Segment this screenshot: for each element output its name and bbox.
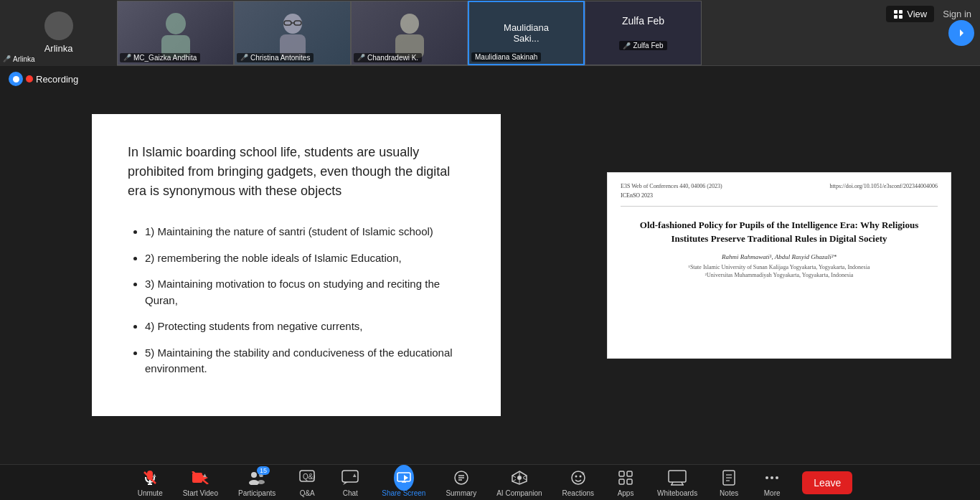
share-screen-caret[interactable]: ▲ bbox=[405, 472, 411, 478]
bullet-item-1: 2) remembering the noble ideals of Islam… bbox=[145, 250, 465, 267]
start-video-button[interactable]: ▲ Start Video bbox=[173, 465, 228, 501]
notes-icon-wrap bbox=[719, 468, 739, 488]
participant-thumb-4[interactable]: Maulidiana Saki... Maulidiana Sakinah bbox=[468, 1, 585, 65]
start-video-icon-wrap: ▲ bbox=[190, 468, 210, 488]
participant-display-name-5: Zulfa Feb bbox=[622, 15, 664, 27]
recording-indicator: Recording bbox=[9, 72, 78, 86]
self-name: Arlinka bbox=[44, 43, 73, 54]
more-button[interactable]: More bbox=[750, 465, 793, 501]
avatar bbox=[44, 11, 73, 40]
bullet-item-0: 1) Maintaining the nature of santri (stu… bbox=[145, 224, 465, 240]
scroll-right-button[interactable] bbox=[948, 20, 974, 46]
paper-main-title: Old-fashioned Policy for Pupils of the I… bbox=[621, 218, 938, 246]
participant-thumb-1[interactable]: 🎤 MC_Gaizka Andhita bbox=[117, 1, 234, 65]
summary-label: Summary bbox=[446, 489, 476, 497]
bullet-list: 1) Maintaining the nature of santri (stu… bbox=[128, 224, 465, 377]
qa-button[interactable]: Q&A Q&A bbox=[286, 465, 329, 501]
svg-point-2 bbox=[283, 14, 302, 34]
sign-in-button[interactable]: Sign in bbox=[943, 9, 971, 19]
unmute-caret[interactable]: ▲ bbox=[151, 472, 157, 478]
status-icon bbox=[9, 72, 23, 86]
apps-label: Apps bbox=[618, 489, 634, 497]
slide-panel: In Islamic boarding school life, student… bbox=[92, 114, 501, 416]
ai-companion-icon-wrap bbox=[509, 468, 529, 488]
video-caret[interactable]: ▲ bbox=[202, 472, 207, 478]
svg-point-20 bbox=[251, 472, 257, 478]
summary-icon-wrap bbox=[451, 468, 471, 488]
svg-point-7 bbox=[400, 14, 419, 34]
whiteboards-button[interactable]: Whiteboards bbox=[647, 465, 707, 501]
participant-thumb-2[interactable]: 🎤 Christina Antonites bbox=[234, 1, 351, 65]
share-screen-icon-wrap: ▲ bbox=[394, 468, 414, 488]
participant-large-name-4: Maulidiana Saki... bbox=[498, 22, 555, 44]
recording-dot bbox=[26, 75, 33, 82]
paper-conference: ICEnSO 2023 bbox=[621, 192, 938, 199]
participant-name-5: 🎤 Zulfa Feb bbox=[619, 41, 666, 50]
more-icon-wrap bbox=[762, 468, 782, 488]
svg-rect-42 bbox=[619, 471, 624, 476]
participants-label: Participants bbox=[238, 489, 275, 497]
svg-point-37 bbox=[517, 476, 522, 480]
paper-authors: Rahmi Rahmawati¹, Abdul Rasyid Ghazali²* bbox=[621, 253, 938, 260]
paper-divider bbox=[621, 206, 938, 207]
reactions-label: Reactions bbox=[562, 489, 594, 497]
ai-companion-button[interactable]: AI Companion bbox=[486, 465, 552, 501]
self-view[interactable]: Arlinka 🎤 Arlinka bbox=[0, 0, 117, 66]
top-right-controls: View Sign in bbox=[886, 6, 971, 22]
svg-rect-46 bbox=[669, 471, 686, 482]
apps-icon-wrap bbox=[616, 468, 636, 488]
reactions-button[interactable]: + Reactions bbox=[552, 465, 604, 501]
participant-name-1: 🎤 MC_Gaizka Andhita bbox=[120, 53, 200, 62]
chat-button[interactable]: ▲ Chat bbox=[329, 465, 372, 501]
qa-label: Q&A bbox=[300, 489, 315, 497]
participant-name-4: Maulidiana Sakinah bbox=[471, 52, 541, 62]
participant-thumb-5[interactable]: Zulfa Feb 🎤 Zulfa Feb bbox=[585, 1, 702, 65]
svg-rect-11 bbox=[894, 15, 897, 19]
svg-rect-44 bbox=[619, 479, 624, 484]
participant-bar: Arlinka 🎤 Arlinka 🎤 MC_Gaizka Andhita bbox=[0, 0, 980, 66]
summary-button[interactable]: Summary bbox=[435, 465, 486, 501]
svg-rect-10 bbox=[899, 10, 903, 14]
whiteboards-label: Whiteboards bbox=[657, 489, 697, 497]
svg-rect-12 bbox=[899, 15, 903, 19]
slide-intro-text: In Islamic boarding school life, student… bbox=[128, 143, 465, 201]
svg-rect-9 bbox=[894, 10, 897, 14]
view-button[interactable]: View bbox=[886, 6, 934, 22]
paper-preview-container: E3S Web of Conferences 440, 04006 (2023)… bbox=[593, 66, 980, 464]
whiteboards-icon-wrap bbox=[667, 468, 687, 488]
participants-icon-wrap: 15 ▲ bbox=[247, 468, 267, 488]
unmute-button[interactable]: ▲ Unmute bbox=[128, 465, 173, 501]
notes-button[interactable]: Notes bbox=[707, 465, 750, 501]
svg-point-55 bbox=[771, 476, 773, 479]
participant-thumb-3[interactable]: 🎤 Chandradewi K. bbox=[351, 1, 468, 65]
reactions-icon-wrap: + bbox=[568, 468, 588, 488]
svg-point-39 bbox=[575, 476, 577, 478]
paper-preview: E3S Web of Conferences 440, 04006 (2023)… bbox=[607, 172, 951, 359]
main-content: In Islamic boarding school life, student… bbox=[0, 66, 980, 464]
presentation-area: In Islamic boarding school life, student… bbox=[0, 66, 593, 464]
paper-doi: https://doi.org/10.1051/e3sconf/20234400… bbox=[829, 183, 938, 189]
svg-point-21 bbox=[249, 480, 259, 485]
participants-caret[interactable]: ▲ bbox=[258, 472, 264, 478]
svg-rect-45 bbox=[627, 479, 632, 484]
thumbnail-strip: 🎤 MC_Gaizka Andhita 🎤 Christina Antonite… bbox=[117, 1, 943, 65]
toolbar: ▲ Unmute ▲ Start Video 15 ▲ Partic bbox=[0, 464, 980, 500]
chat-icon-wrap: ▲ bbox=[340, 468, 360, 488]
svg-text:Q&A: Q&A bbox=[303, 473, 315, 481]
svg-point-0 bbox=[166, 13, 186, 34]
paper-header: E3S Web of Conferences 440, 04006 (2023)… bbox=[621, 183, 938, 189]
bullet-item-3: 4) Protecting students from negative cur… bbox=[145, 319, 465, 335]
participants-button[interactable]: 15 ▲ Participants bbox=[228, 465, 286, 501]
unmute-icon-wrap: ▲ bbox=[140, 468, 160, 488]
svg-point-23 bbox=[258, 480, 265, 484]
start-video-label: Start Video bbox=[183, 489, 218, 497]
apps-button[interactable]: Apps bbox=[604, 465, 647, 501]
svg-point-56 bbox=[776, 476, 778, 479]
paper-journal: E3S Web of Conferences 440, 04006 (2023) bbox=[621, 183, 722, 189]
chat-caret[interactable]: ▲ bbox=[352, 472, 357, 478]
paper-affil1: ¹State Islamic University of Sunan Kalij… bbox=[621, 263, 938, 271]
share-screen-button[interactable]: ▲ Share Screen bbox=[372, 465, 435, 501]
bullet-item-2: 3) Maintaining motivation to focus on st… bbox=[145, 276, 465, 308]
recording-label: Recording bbox=[36, 74, 78, 85]
leave-button[interactable]: Leave bbox=[802, 471, 852, 494]
